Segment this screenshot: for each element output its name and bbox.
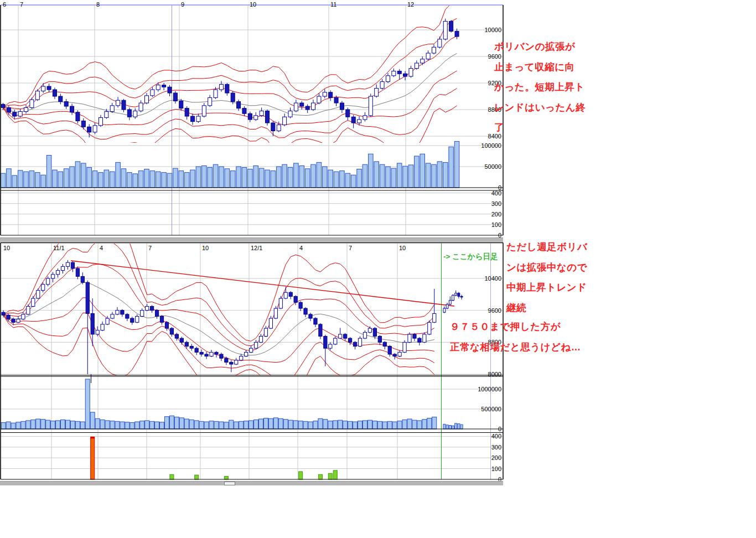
svg-text:10: 10 (3, 245, 10, 251)
note-line: 止まって収縮に向 (494, 57, 586, 77)
svg-text:1000000: 1000000 (478, 386, 501, 392)
weekly-chart: 1011/1471012/147101040096008800800010000… (1, 214, 503, 483)
note-line: レンドはいったん終 (494, 97, 586, 118)
daily-volume-bars (443, 423, 463, 429)
svg-text:10: 10 (250, 1, 256, 8)
note-line: ボリバンの拡張が (494, 37, 586, 57)
svg-text:300: 300 (491, 444, 501, 451)
svg-text:6: 6 (3, 1, 6, 8)
svg-text:12/1: 12/1 (251, 245, 262, 251)
weekly-chart-note: ただし週足ボリバ ンは拡張中なので 中期上昇トレンド 継続 (506, 237, 587, 318)
svg-text:400: 400 (491, 433, 501, 439)
daily-chart-scrollbar[interactable] (0, 237, 503, 242)
svg-text:9600: 9600 (488, 307, 501, 314)
svg-text:7: 7 (20, 1, 23, 8)
svg-text:10000: 10000 (484, 27, 501, 33)
svg-text:300: 300 (491, 200, 501, 207)
svg-text:100: 100 (491, 221, 501, 228)
svg-text:4: 4 (299, 245, 303, 251)
svg-text:50000: 50000 (484, 163, 501, 170)
svg-text:8: 8 (96, 1, 100, 8)
svg-text:8000: 8000 (488, 371, 501, 377)
daily-candles (443, 291, 463, 313)
daily-start-text: -> ここから日足 (443, 252, 498, 261)
scrollbar-thumb[interactable] (224, 482, 235, 485)
svg-text:10: 10 (399, 245, 406, 251)
volume-bars (1, 141, 459, 188)
bollinger-bands (3, 214, 434, 407)
note-line: ９７５０まで押した方が (450, 317, 581, 337)
svg-text:200: 200 (491, 211, 501, 218)
note-line: ただし週足ボリバ (506, 237, 587, 257)
note-line: 正常な相場だと思うけどね… (450, 337, 581, 358)
svg-text:9: 9 (181, 1, 184, 8)
weekly-chart-scrollbar[interactable] (0, 481, 503, 485)
candles (1, 19, 459, 138)
daily-start-label: -> ここから日足 (443, 252, 498, 262)
svg-text:200: 200 (491, 454, 501, 461)
chart-workspace: 6789101112100009600920088008400100000500… (0, 0, 756, 538)
svg-text:0: 0 (498, 426, 501, 432)
svg-text:7: 7 (148, 245, 152, 251)
note-line: 中期上昇トレンド (506, 277, 587, 298)
volume-bars (1, 379, 437, 429)
svg-text:500000: 500000 (481, 406, 501, 412)
svg-text:12: 12 (407, 1, 414, 8)
daily-chart: 6789101112100009600920088008400100000500… (1, 1, 503, 239)
svg-text:4: 4 (100, 245, 103, 251)
svg-text:11/1: 11/1 (53, 245, 65, 251)
down-trendline (71, 261, 454, 306)
svg-text:100000: 100000 (481, 142, 501, 149)
note-line: ンは拡張中なので (506, 257, 587, 278)
svg-text:7: 7 (349, 245, 352, 251)
svg-text:10: 10 (202, 245, 209, 251)
push-level-note: ９７５０まで押した方が 正常な相場だと思うけどね… (450, 317, 581, 357)
note-line: かった。短期上昇ト (494, 77, 586, 97)
candles (2, 260, 436, 374)
top-chart-note: ボリバンの拡張が 止まって収縮に向 かった。短期上昇ト レンドはいったん終 了 (494, 37, 586, 138)
svg-text:400: 400 (491, 190, 501, 196)
svg-text:11: 11 (330, 1, 336, 8)
charts-canvas: 6789101112100009600920088008400100000500… (0, 0, 756, 538)
svg-text:10400: 10400 (484, 275, 501, 282)
note-line: 了 (494, 117, 586, 138)
note-line: 継続 (506, 298, 587, 318)
svg-text:100: 100 (491, 465, 501, 472)
